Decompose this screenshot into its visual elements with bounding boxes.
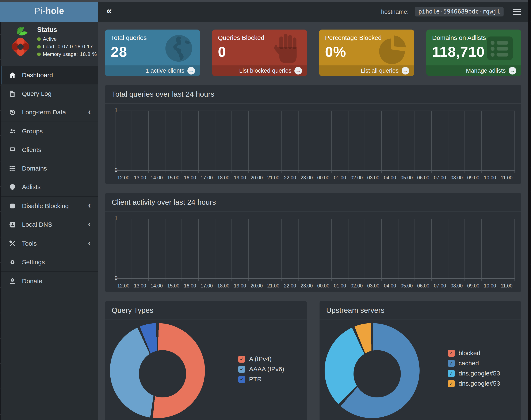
x-tick-label: 17:00 (198, 175, 215, 181)
x-tick-label: 09:00 (465, 283, 482, 289)
brand: Pi-hole (0, 0, 98, 22)
x-tick-label: 21:00 (265, 283, 282, 289)
legend-label: A (IPv4) (249, 355, 272, 363)
sidebar-item-disable-blocking[interactable]: Disable Blocking ‹ (0, 197, 98, 215)
sidebar-item-query-log[interactable]: Query Log (0, 84, 98, 103)
status-memory-row: Memory usage: 18.8 % (37, 51, 97, 57)
legend-item[interactable]: ✓cached (448, 360, 500, 367)
x-tick-label: 15:00 (165, 175, 182, 181)
list-all-queries-link[interactable]: List all queries → (319, 65, 414, 76)
x-tick-label: 06:00 (415, 283, 432, 289)
legend-label: dns.google#53 (459, 370, 500, 377)
line-chart-plot-area[interactable] (115, 111, 515, 171)
chevron-left-icon: ‹ (88, 201, 91, 211)
x-tick-label: 21:00 (265, 175, 282, 181)
legend-label: blocked (459, 349, 480, 357)
left-scrollbar-track[interactable] (0, 22, 1, 420)
x-tick-label: 18:00 (215, 175, 232, 181)
panel-title: Total queries over last 24 hours (105, 85, 521, 104)
x-tick-label: 10:00 (482, 283, 498, 289)
sidebar-item-label: Groups (22, 128, 43, 135)
chevron-left-icon: ‹ (88, 220, 91, 229)
sidebar-collapse-button[interactable]: « (106, 7, 112, 17)
chevron-left-icon: ‹ (88, 239, 91, 248)
x-tick-label: 14:00 (148, 283, 165, 289)
top-header: « hostname: pihole-5946689bdc-rqwjl (98, 2, 531, 22)
x-tick-label: 15:00 (165, 283, 182, 289)
legend-item[interactable]: ✓AAAA (IPv6) (238, 366, 284, 373)
list-blocked-queries-link[interactable]: List blocked queries → (212, 65, 307, 76)
sidebar-item-long-term-data[interactable]: Long-term Data ‹ (0, 103, 98, 121)
x-tick-label: 03:00 (365, 175, 382, 181)
line-chart-plot-area[interactable] (115, 219, 515, 279)
sidebar-item-settings[interactable]: Settings (0, 253, 98, 271)
x-tick-label: 02:00 (348, 175, 365, 181)
x-tick-label: 13:00 (132, 283, 148, 289)
legend-checkbox-icon: ✓ (238, 356, 245, 363)
sidebar-item-label: Settings (22, 258, 45, 266)
x-tick-label: 01:00 (332, 283, 348, 289)
x-tick-label: 06:00 (415, 175, 432, 181)
sidebar-item-label: Domains (22, 165, 47, 172)
status-panel: Status Active Load: 0.07 0.18 0.17 Memor… (0, 22, 98, 66)
arrow-circle-right-icon: → (187, 67, 195, 75)
pie-chart-icon (377, 32, 409, 64)
main-content: Total queries 28 1 active clients → Quer… (98, 22, 528, 420)
legend-checkbox-icon: ✓ (448, 350, 455, 357)
menu-toggle-button[interactable] (513, 9, 521, 15)
legend-item[interactable]: ✓A (IPv4) (238, 355, 284, 363)
legend-label: dns.google#53 (459, 380, 500, 387)
y-tick-label: 1 (111, 215, 118, 221)
x-tick-label: 00:00 (315, 175, 332, 181)
x-tick-label: 09:00 (465, 175, 482, 181)
status-active-row: Active (37, 36, 97, 42)
sidebar-item-label: Local DNS (22, 221, 52, 228)
x-tick-label: 18:00 (215, 283, 232, 289)
status-load-value: 0.07 0.18 0.17 (58, 44, 93, 50)
x-tick-label: 05:00 (398, 175, 415, 181)
sidebar-item-local-dns[interactable]: Local DNS ‹ (0, 215, 98, 234)
upstream-servers-legend: ✓blocked✓cached✓dns.google#53✓dns.google… (448, 349, 500, 387)
users-icon (8, 127, 16, 135)
query-types-donut-chart[interactable] (110, 323, 205, 418)
pihole-raspberry-logo (8, 25, 35, 61)
upstream-servers-donut-chart[interactable] (324, 323, 420, 418)
sidebar-item-groups[interactable]: Groups (0, 122, 98, 141)
legend-item[interactable]: ✓dns.google#53 (448, 370, 500, 377)
x-tick-label: 14:00 (148, 175, 165, 181)
legend-item[interactable]: ✓blocked (448, 349, 500, 357)
legend-checkbox-icon: ✓ (448, 370, 455, 377)
sidebar-item-label: Adlists (22, 183, 41, 191)
sidebar-item-tools[interactable]: Tools ‹ (0, 234, 98, 253)
x-tick-label: 20:00 (248, 175, 265, 181)
legend-item[interactable]: ✓dns.google#53 (448, 380, 500, 387)
legend-label: AAAA (IPv6) (249, 366, 284, 373)
sidebar-item-domains[interactable]: Domains (0, 159, 98, 178)
panel-title: Upstream servers (320, 301, 521, 320)
active-clients-link[interactable]: 1 active clients → (105, 65, 200, 76)
status-dot-icon (37, 45, 41, 48)
window-top-edge (0, 0, 531, 2)
x-tick-label: 16:00 (182, 283, 198, 289)
arrow-circle-right-icon: → (402, 67, 409, 75)
x-axis-ticks (115, 171, 515, 173)
x-tick-label: 00:00 (315, 283, 332, 289)
right-scrollbar-track[interactable] (528, 0, 531, 420)
hostname-value: pihole-5946689bdc-rqwjl (415, 7, 503, 16)
sidebar-item-clients[interactable]: Clients (0, 141, 98, 159)
sidebar-item-donate[interactable]: $ Donate (0, 272, 98, 290)
manage-adlists-link[interactable]: Manage adlists → (426, 65, 521, 76)
x-tick-label: 07:00 (432, 175, 448, 181)
x-tick-label: 03:00 (365, 283, 382, 289)
sidebar-item-dashboard[interactable]: Dashboard (0, 66, 98, 84)
arrow-circle-right-icon: → (295, 67, 302, 75)
x-tick-label: 22:00 (282, 175, 298, 181)
legend-item[interactable]: ✓PTR (238, 376, 284, 383)
brand-bold: hole (45, 6, 64, 16)
history-icon (8, 108, 16, 116)
sidebar-item-adlists[interactable]: Adlists (0, 178, 98, 196)
domains-on-adlists-card: Domains on Adlists 118,710 Manage adlist… (426, 30, 521, 76)
sidebar-item-label: Dashboard (22, 72, 53, 79)
donate-icon: $ (8, 277, 16, 285)
x-tick-label: 17:00 (198, 283, 215, 289)
